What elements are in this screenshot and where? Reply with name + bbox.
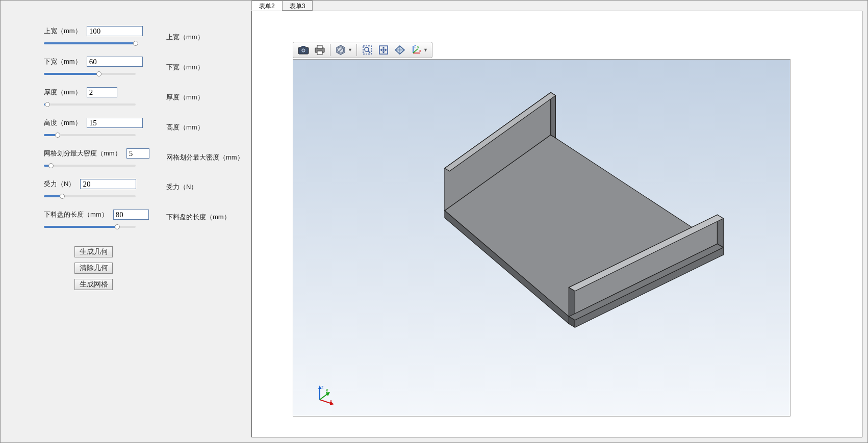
slider-upper-width[interactable] [44,39,236,47]
tab-form3[interactable]: 表单3 [282,1,313,11]
input-height[interactable] [87,118,143,128]
label2-thickness: 厚度（mm） [166,93,204,102]
print-icon[interactable] [312,43,328,57]
slider-force[interactable] [44,192,236,200]
zoom-window-icon[interactable] [359,43,375,57]
input-length[interactable] [113,210,149,220]
svg-line-12 [368,51,370,53]
svg-rect-1 [301,46,305,48]
label-thickness: 厚度（mm） [44,88,82,97]
camera-icon[interactable] [295,43,312,57]
dropdown-icon[interactable]: ▼ [348,47,354,53]
tab-form2[interactable]: 表单2 [251,1,283,11]
no-select-icon[interactable] [333,43,349,57]
tab-bar: 表单2 表单3 [251,1,867,11]
label2-upper-width: 上宽（mm） [166,33,204,42]
svg-point-3 [302,49,304,51]
svg-text:y: y [417,45,419,49]
label-upper-width: 上宽（mm） [44,27,82,36]
label2-force: 受力（N） [166,183,197,192]
svg-line-48 [320,394,328,400]
toolbar-separator [330,44,330,56]
svg-marker-31 [551,92,556,138]
svg-text:y: y [326,387,328,393]
svg-line-22 [413,49,418,53]
3d-viewport[interactable]: z x y [293,59,790,416]
label-lower-width: 下宽（mm） [44,57,82,66]
input-force[interactable] [80,179,136,189]
input-mesh-density[interactable] [126,148,149,159]
right-panel: 表单2 表单3 ▼ [251,1,867,442]
row-height: 高度（mm） [44,118,236,128]
label2-mesh-density: 网格划分最大密度（mm） [166,153,244,162]
svg-point-11 [365,47,369,51]
generate-mesh-button[interactable]: 生成网格 [74,279,113,290]
input-thickness[interactable] [87,87,117,97]
slider-lower-width[interactable] [44,70,236,78]
input-lower-width[interactable] [87,57,143,67]
zoom-fit-icon[interactable] [375,43,392,57]
slider-thickness[interactable] [44,100,236,109]
row-thickness: 厚度（mm） [44,87,236,97]
svg-rect-6 [317,51,322,55]
axes-icon[interactable]: zxy [408,43,424,57]
row-force: 受力（N） [44,179,236,189]
toolbar-separator [356,44,357,56]
parameter-panel: 上宽（mm） 下宽（mm） 厚度（mm） 高度（mm） [1,1,251,442]
viewer-frame: ▼ zxy ▼ [251,11,862,437]
label-length: 下料盘的长度（mm） [44,210,108,219]
svg-text:z: z [321,384,324,389]
input-upper-width[interactable] [87,26,143,36]
generate-geometry-button[interactable]: 生成几何 [74,246,113,257]
label2-height: 高度（mm） [166,123,204,132]
label-force: 受力（N） [44,179,75,189]
ortho-icon[interactable] [392,43,408,57]
svg-rect-5 [317,45,322,48]
label2-lower-width: 下宽（mm） [166,63,204,72]
label-mesh-density: 网格划分最大密度（mm） [44,149,121,158]
slider-length[interactable] [44,223,236,231]
slider-mesh-density[interactable] [44,162,236,170]
slider-height[interactable] [44,131,236,139]
dropdown-icon[interactable]: ▼ [423,47,430,53]
viewer-toolbar: ▼ zxy ▼ [293,42,432,58]
svg-text:x: x [419,49,421,53]
svg-text:x: x [330,399,333,404]
axis-triad-icon: z x y [315,384,335,405]
model-render [293,60,790,416]
label-height: 高度（mm） [44,118,82,127]
svg-text:z: z [414,44,416,48]
button-group: 生成几何 清除几何 生成网格 [44,246,236,290]
app-root: 上宽（mm） 下宽（mm） 厚度（mm） 高度（mm） [0,0,868,443]
row-upper-width: 上宽（mm） [44,26,236,36]
clear-geometry-button[interactable]: 清除几何 [74,263,113,274]
label2-length: 下料盘的长度（mm） [166,213,231,222]
row-lower-width: 下宽（mm） [44,57,236,67]
